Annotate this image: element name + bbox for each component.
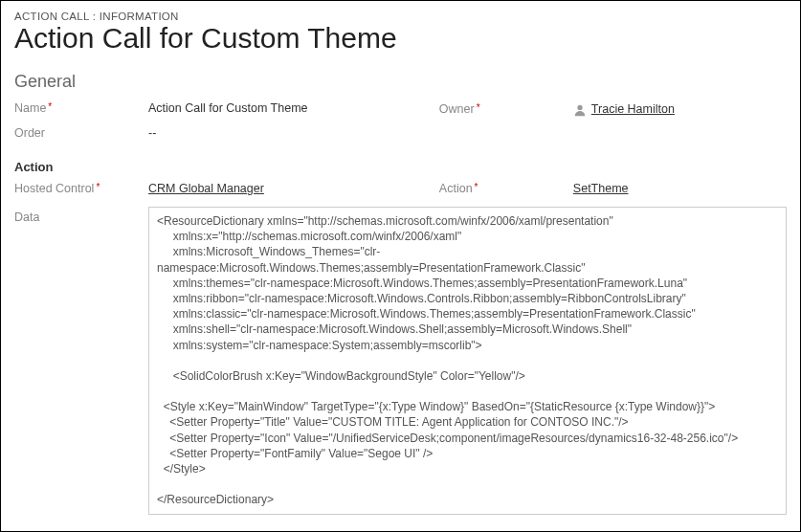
section-action: Action: [14, 160, 787, 174]
hosted-control-label: Hosted Control*: [14, 182, 148, 195]
name-value[interactable]: Action Call for Custom Theme: [148, 101, 308, 115]
order-value[interactable]: --: [148, 126, 156, 140]
svg-point-0: [577, 104, 582, 109]
data-textarea[interactable]: <ResourceDictionary xmlns="http://schema…: [148, 207, 787, 515]
owner-label: Owner*: [439, 102, 573, 116]
breadcrumb: ACTION CALL : INFORMATION: [14, 11, 787, 22]
action-label: Action*: [439, 182, 573, 195]
action-value[interactable]: SetTheme: [573, 182, 629, 195]
person-icon: [573, 103, 587, 117]
section-general: General: [14, 72, 787, 92]
breadcrumb-view: INFORMATION: [100, 11, 179, 22]
name-label: Name*: [14, 101, 148, 115]
owner-value[interactable]: Tracie Hamilton: [591, 102, 675, 116]
owner-value-wrap[interactable]: Tracie Hamilton: [573, 101, 675, 117]
data-label: Data: [14, 207, 148, 224]
breadcrumb-entity: ACTION CALL: [14, 11, 89, 22]
order-label: Order: [14, 126, 148, 140]
hosted-control-value[interactable]: CRM Global Manager: [148, 182, 264, 195]
page-title: Action Call for Custom Theme: [14, 22, 787, 55]
